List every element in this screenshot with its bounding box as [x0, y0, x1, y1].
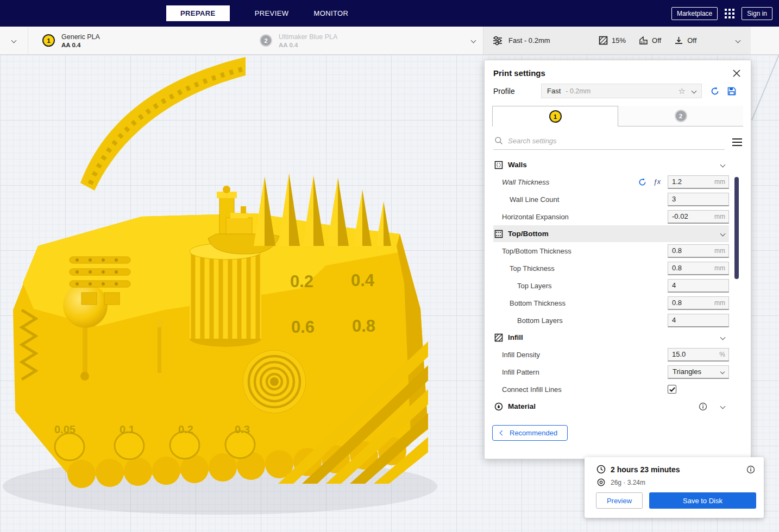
config-collapse-button[interactable]: [0, 27, 28, 54]
extruder-1-badge: 1: [549, 110, 562, 123]
topbar-right-cluster: Marketplace Sign in: [671, 0, 772, 27]
section-title: Infill: [508, 333, 523, 341]
extruder-1-badge: 1: [42, 34, 55, 47]
section-title: Top/Bottom: [508, 230, 549, 238]
print-settings-summary[interactable]: Fast - 0.2mm 15% Off Off: [483, 27, 751, 54]
save-profile-icon[interactable]: [727, 86, 737, 96]
spool-icon: [597, 478, 605, 486]
section-top-bottom[interactable]: Top/Bottom: [493, 225, 729, 242]
app-switcher-icon[interactable]: [725, 9, 734, 18]
summary-profile-text: Fast - 0.2mm: [508, 36, 550, 45]
extruder-2-badge: 2: [260, 34, 272, 47]
tab-prepare[interactable]: PREPARE: [166, 5, 230, 21]
section-infill[interactable]: Infill: [493, 329, 729, 346]
setting-row-top-thickness: Top Thickness mm: [493, 259, 729, 277]
printer-config-bar: 1 Generic PLA AA 0.4 2 Ultimaker Blue PL…: [0, 27, 779, 55]
summary-support: Off: [639, 36, 661, 45]
search-icon: [494, 136, 503, 145]
summary-infill-text: 15%: [612, 36, 626, 45]
summary-profile: Fast - 0.2mm: [492, 36, 586, 46]
infill-pattern-value: Triangles: [673, 368, 701, 376]
config-dropdown-button[interactable]: [463, 39, 483, 42]
settings-menu-icon[interactable]: [732, 138, 742, 146]
material-estimate: 26g · 3.24m: [611, 479, 645, 486]
wall-line-count-input[interactable]: [668, 193, 729, 206]
horizontal-expansion-input[interactable]: [668, 210, 729, 224]
setting-label: Bottom Layers: [517, 316, 563, 325]
support-icon: [639, 36, 648, 45]
setting-label: Horizontal Expansion: [502, 213, 569, 221]
setting-row-connect-infill-lines: Connect Infill Lines: [493, 381, 729, 398]
settings-list: Walls Wall Thickness ƒx mm Wall Line Cou…: [493, 156, 729, 415]
close-icon[interactable]: [732, 69, 741, 78]
setting-label: Wall Thickness: [502, 178, 549, 186]
save-to-disk-button[interactable]: Save to Disk: [649, 492, 756, 509]
print-settings-panel: Print settings Profile Fast - 0.2mm ☆ 1 …: [484, 60, 751, 459]
reset-value-icon[interactable]: [638, 178, 647, 187]
section-title: Walls: [508, 161, 527, 169]
summary-adhesion: Off: [674, 36, 696, 45]
setting-label: Top Thickness: [510, 264, 555, 273]
setting-row-horizontal-expansion: Horizontal Expansion mm: [493, 208, 729, 225]
info-icon[interactable]: [746, 465, 755, 474]
extruder-1-config[interactable]: 1 Generic PLA AA 0.4: [28, 27, 246, 54]
marketplace-button[interactable]: Marketplace: [671, 7, 718, 20]
setting-label: Top Layers: [517, 282, 552, 290]
wall-thickness-input[interactable]: [668, 175, 729, 189]
infill-icon: [599, 36, 608, 45]
buildplate-edge-line: [752, 55, 779, 120]
connect-infill-checkbox[interactable]: [668, 385, 676, 394]
bottom-layers-input[interactable]: [668, 314, 729, 327]
section-title: Material: [508, 402, 536, 410]
section-material[interactable]: Material: [493, 398, 729, 415]
extruder-2-material: Ultimaker Blue PLA: [279, 33, 337, 41]
svg-text:0.2: 0.2: [290, 272, 313, 291]
section-walls[interactable]: Walls: [493, 156, 729, 173]
setting-label: Connect Infill Lines: [502, 385, 562, 394]
extruder-2-labels: Ultimaker Blue PLA AA 0.4: [279, 33, 337, 48]
extruder-1-nozzle: AA 0.4: [61, 42, 100, 48]
topbottom-thickness-input[interactable]: [668, 244, 729, 258]
chevron-left-icon: [500, 430, 505, 436]
recommended-label: Recommended: [510, 429, 557, 437]
print-time-estimate: 2 hours 23 minutes: [611, 465, 680, 474]
settings-search: [493, 134, 725, 150]
top-bottom-icon: [494, 230, 503, 238]
chevron-down-icon: [720, 335, 726, 340]
extruder-tab-2[interactable]: 2: [618, 106, 743, 126]
tab-preview[interactable]: PREVIEW: [255, 5, 289, 21]
chevron-down-icon: [720, 369, 725, 373]
top-bar: PREPARE PREVIEW MONITOR Marketplace Sign…: [0, 0, 779, 27]
extruder-2-config[interactable]: 2 Ultimaker Blue PLA AA 0.4: [246, 27, 463, 54]
preview-button[interactable]: Preview: [596, 492, 643, 509]
model-arch: [80, 57, 246, 191]
setting-row-wall-thickness: Wall Thickness ƒx mm: [493, 173, 729, 191]
reset-profile-icon[interactable]: [710, 86, 720, 96]
svg-text:0.6: 0.6: [291, 318, 315, 337]
panel-scrollbar[interactable]: [734, 177, 739, 279]
star-icon[interactable]: ☆: [679, 87, 686, 95]
formula-icon[interactable]: ƒx: [654, 179, 661, 186]
material-icon: [494, 402, 503, 411]
extruder-2-badge: 2: [675, 110, 687, 122]
extruder-tabs: 1 2: [492, 106, 743, 126]
profile-dropdown[interactable]: Fast - 0.2mm ☆: [541, 84, 702, 98]
signin-button[interactable]: Sign in: [742, 7, 772, 20]
top-layers-input[interactable]: [668, 279, 729, 293]
info-icon[interactable]: [699, 402, 707, 411]
infill-icon: [494, 333, 503, 342]
model-column: [190, 243, 261, 347]
infill-density-input[interactable]: [668, 348, 729, 362]
clock-icon: [596, 465, 606, 474]
extruder-tab-1[interactable]: 1: [492, 106, 618, 126]
search-input[interactable]: [508, 137, 724, 145]
walls-icon: [494, 161, 503, 169]
recommended-button[interactable]: Recommended: [492, 425, 568, 441]
bottom-thickness-input[interactable]: [668, 296, 729, 310]
chevron-down-icon[interactable]: [736, 38, 741, 43]
top-thickness-input[interactable]: [668, 262, 729, 275]
tab-monitor[interactable]: MONITOR: [313, 5, 348, 21]
infill-pattern-select[interactable]: Triangles: [668, 365, 729, 379]
profile-row: Profile Fast - 0.2mm ☆: [485, 81, 751, 103]
printed-model[interactable]: 0.2 0.4 0.6 0.8 0.05 0.1 0.2 0.3: [13, 57, 428, 488]
